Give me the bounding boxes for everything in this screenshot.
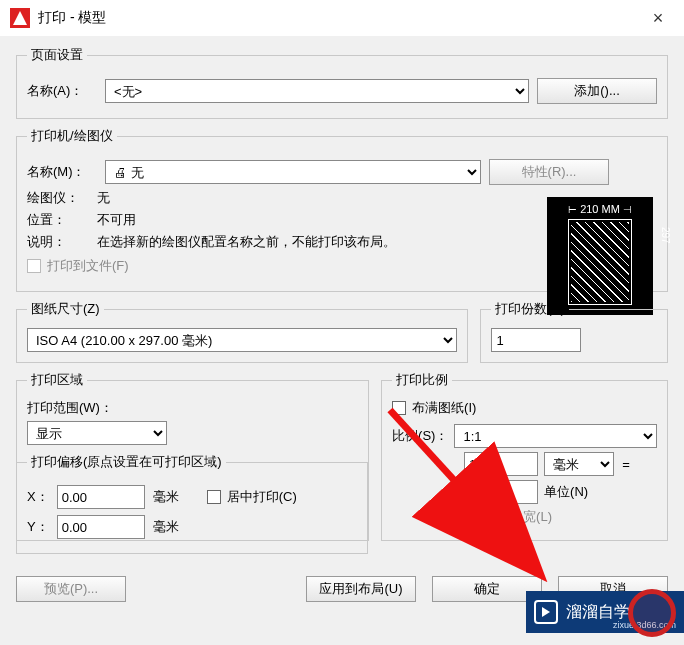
page-setup-group: 页面设置 名称(A)： <无> 添加()... <box>16 46 668 119</box>
plotter-label: 绘图仪： <box>27 189 97 207</box>
fit-to-paper-checkbox[interactable]: 布满图纸(I) <box>392 399 476 417</box>
offset-x-input[interactable] <box>57 485 145 509</box>
close-button[interactable]: × <box>642 8 674 29</box>
checkbox-icon <box>464 510 478 524</box>
center-plot-checkbox[interactable]: 居中打印(C) <box>207 488 297 506</box>
print-scale-group: 打印比例 布满图纸(I) 比例(S)： 1:1 毫米 = 单位(N) <box>381 371 668 541</box>
scale-num2-input[interactable] <box>464 480 538 504</box>
scale-lineweights-checkbox: 缩放线宽(L) <box>464 508 552 526</box>
page-setup-legend: 页面设置 <box>27 46 87 64</box>
print-range-select[interactable]: 显示 <box>27 421 167 445</box>
print-range-label: 打印范围(W)： <box>27 399 358 417</box>
page-name-label: 名称(A)： <box>27 82 97 100</box>
titlebar: 打印 - 模型 × <box>0 0 684 36</box>
copies-input[interactable] <box>491 328 581 352</box>
location-value: 不可用 <box>97 211 136 229</box>
scale-unit1-select[interactable]: 毫米 <box>544 452 614 476</box>
printer-name-select[interactable]: 🖨 无 <box>105 160 481 184</box>
scale-ratio-label: 比例(S)： <box>392 427 448 445</box>
window-title: 打印 - 模型 <box>38 9 642 27</box>
desc-label: 说明： <box>27 233 97 251</box>
offset-y-unit: 毫米 <box>153 518 179 536</box>
scale-unit2-label: 单位(N) <box>544 483 610 501</box>
desc-value: 在选择新的绘图仪配置名称之前，不能打印该布局。 <box>97 233 396 251</box>
copies-group: 打印份数(B) <box>480 300 668 363</box>
offset-y-input[interactable] <box>57 515 145 539</box>
print-to-file-checkbox: 打印到文件(F) <box>27 257 129 275</box>
preview-button: 预览(P)... <box>16 576 126 602</box>
checkbox-icon <box>27 259 41 273</box>
printer-group: 打印机/绘图仪 名称(M)： 🖨 无 特性(R)... 绘图仪：无 位置：不可用… <box>16 127 668 292</box>
printer-props-button: 特性(R)... <box>489 159 609 185</box>
print-offset-group: 打印偏移(原点设置在可打印区域) X： 毫米 居中打印(C) Y： 毫米 <box>16 453 368 554</box>
paper-size-legend: 图纸尺寸(Z) <box>27 300 104 318</box>
offset-x-unit: 毫米 <box>153 488 179 506</box>
location-label: 位置： <box>27 211 97 229</box>
apply-button[interactable]: 应用到布局(U) <box>306 576 416 602</box>
print-scale-legend: 打印比例 <box>392 371 452 389</box>
printer-name-label: 名称(M)： <box>27 163 97 181</box>
annotation-circle-icon <box>628 589 676 637</box>
checkbox-icon <box>392 401 406 415</box>
plotter-value: 无 <box>97 189 110 207</box>
paper-size-select[interactable]: ISO A4 (210.00 x 297.00 毫米) <box>27 328 457 352</box>
page-name-select[interactable]: <无> <box>105 79 529 103</box>
printer-legend: 打印机/绘图仪 <box>27 127 117 145</box>
add-button[interactable]: 添加()... <box>537 78 657 104</box>
checkbox-icon <box>207 490 221 504</box>
offset-y-label: Y： <box>27 518 49 536</box>
offset-x-label: X： <box>27 488 49 506</box>
paper-preview: ⊢210 MM⊣ 297 <box>547 197 653 315</box>
copies-legend: 打印份数(B) <box>491 300 568 318</box>
play-icon <box>534 600 558 624</box>
app-logo-icon <box>10 8 30 28</box>
paper-size-group: 图纸尺寸(Z) ISO A4 (210.00 x 297.00 毫米) <box>16 300 468 363</box>
scale-num1-input[interactable] <box>464 452 538 476</box>
print-offset-legend: 打印偏移(原点设置在可打印区域) <box>27 453 226 471</box>
equals-label: = <box>620 457 632 472</box>
print-area-legend: 打印区域 <box>27 371 87 389</box>
scale-ratio-select[interactable]: 1:1 <box>454 424 657 448</box>
